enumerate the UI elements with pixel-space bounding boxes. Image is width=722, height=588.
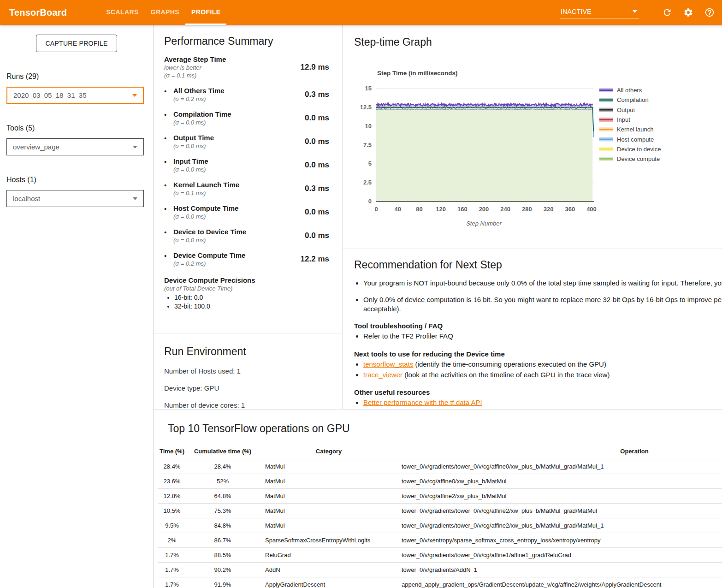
svg-text:15: 15: [365, 85, 372, 92]
cell-cumulative-pct: 91.9%: [186, 577, 260, 588]
resource-link[interactable]: Better performance with the tf.data API: [363, 398, 482, 406]
metric-value: 0.0 ms: [297, 208, 329, 217]
tools-label: Tools (5): [6, 124, 153, 132]
svg-text:320: 320: [544, 206, 554, 213]
refresh-icon[interactable]: [662, 7, 672, 18]
cell-operation: tower_0/v/cg/affine0/xw_plus_b/MatMul: [398, 474, 722, 489]
tab-graphs[interactable]: GRAPHS: [145, 0, 185, 25]
gear-icon[interactable]: [683, 7, 693, 18]
cell-time-pct: 1.7%: [158, 577, 186, 588]
bullet-icon: •: [164, 87, 173, 95]
table-row[interactable]: 23.6%52%MatMultower_0/v/cg/affine0/xw_pl…: [158, 474, 722, 489]
cell-operation: tower_0/v/gradients/tower_0/v/cg/affine0…: [398, 459, 722, 474]
hosts-label: Hosts (1): [6, 176, 153, 184]
cell-operation: tower_0/v/xentropy/sparse_softmax_cross_…: [398, 533, 722, 548]
bullet-icon: •: [164, 204, 173, 213]
table-row[interactable]: 1.7%88.5%ReluGradtower_0/v/gradients/tow…: [158, 548, 722, 563]
hosts-value: localhost: [13, 195, 40, 202]
metric-sigma: (σ = 0.1 ms): [164, 72, 297, 79]
precision-item: 16-bit: 0.0: [174, 294, 329, 301]
hosts-dropdown[interactable]: localhost: [6, 190, 144, 207]
bullet-icon: •: [164, 134, 173, 142]
capture-profile-button[interactable]: CAPTURE PROFILE: [36, 35, 117, 52]
table-row[interactable]: 2%86.7%SparseSoftmaxCrossEntropyWithLogi…: [158, 533, 722, 548]
metric-sigma: (σ = 0.0 ms): [173, 213, 297, 220]
top-navbar: TensorBoard SCALARSGRAPHSPROFILE INACTIV…: [0, 0, 722, 25]
runs-dropdown[interactable]: 2020_03_05_18_31_35: [6, 87, 144, 104]
svg-text:Input: Input: [617, 116, 630, 123]
cell-operation: tower_0/v/cg/affine2/xw_plus_b/MatMul: [398, 489, 722, 504]
metric-value: 0.0 ms: [297, 160, 329, 170]
metric-row: •Device to Device Time(σ = 0.0 ms)0.0 ms: [164, 228, 329, 244]
metric-label: Kernel Launch Time: [173, 181, 297, 189]
metric-row: •Output Time(σ = 0.0 ms)0.0 ms: [164, 134, 329, 149]
metric-value: 12.2 ms: [297, 255, 329, 264]
metric-row: •Kernel Launch Time(σ = 0.1 ms)0.3 ms: [164, 181, 329, 196]
cell-cumulative-pct: 90.2%: [186, 563, 260, 577]
performance-summary-card: Performance Summary Average Step Timelow…: [154, 25, 342, 333]
table-row[interactable]: 1.7%90.2%AddNtower_0/v/gradients/AddN_1: [158, 563, 722, 577]
cell-time-pct: 28.4%: [158, 459, 186, 474]
table-row[interactable]: 28.4%28.4%MatMultower_0/v/gradients/towe…: [158, 459, 722, 474]
table-row[interactable]: 9.5%84.8%MatMultower_0/v/gradients/tower…: [158, 518, 722, 533]
metric-sigma: (σ = 0.1 ms): [173, 190, 297, 196]
main-content: Performance Summary Average Step Timelow…: [154, 25, 722, 588]
recommendation-bullet: Your program is NOT input-bound because …: [363, 279, 722, 288]
step-time-graph-title: Step-time Graph: [354, 36, 722, 48]
performance-summary-title: Performance Summary: [164, 35, 329, 48]
next-tool-link[interactable]: tensorflow_stats: [363, 360, 413, 368]
precision-item: 32-bit: 100.0: [174, 303, 329, 310]
cell-category: SparseSoftmaxCrossEntropyWithLogits: [260, 533, 398, 548]
chevron-down-icon: [132, 94, 137, 97]
tab-profile[interactable]: PROFILE: [185, 0, 226, 25]
svg-text:400: 400: [586, 206, 597, 213]
table-row[interactable]: 10.5%75.3%MatMultower_0/v/gradients/towe…: [158, 504, 722, 518]
metric-label: Input Time: [173, 157, 297, 165]
resource-item: Better performance with the tf.data API: [363, 398, 722, 407]
svg-text:80: 80: [416, 206, 422, 213]
metric-row: •Device Compute Time(σ = 0.2 ms)12.2 ms: [164, 251, 329, 267]
resources-heading: Other useful resources: [354, 388, 722, 396]
bullet-icon: •: [164, 228, 173, 236]
svg-text:7.5: 7.5: [363, 142, 372, 148]
cell-cumulative-pct: 86.7%: [186, 533, 260, 548]
svg-text:Output: Output: [617, 107, 635, 113]
metric-value: 0.3 ms: [297, 184, 329, 193]
metric-label: Host Compute Time: [173, 204, 297, 212]
table-row[interactable]: 12.8%64.8%MatMultower_0/v/cg/affine2/xw_…: [158, 489, 722, 504]
chevron-down-icon: [133, 197, 137, 200]
next-tool-link[interactable]: trace_viewer: [363, 371, 402, 379]
cell-category: MatMul: [260, 504, 398, 518]
tools-dropdown[interactable]: overview_page: [6, 138, 144, 155]
faq-item: Refer to the TF2 Profiler FAQ: [363, 332, 722, 341]
metric-sigma: (σ = 0.2 ms): [173, 95, 297, 102]
cell-cumulative-pct: 84.8%: [186, 518, 260, 533]
table-row[interactable]: 1.7%91.9%ApplyGradientDescentappend_appl…: [158, 577, 722, 588]
tab-scalars[interactable]: SCALARS: [100, 0, 144, 25]
cell-time-pct: 10.5%: [158, 504, 186, 518]
cell-time-pct: 2%: [158, 533, 186, 548]
metric-row: Average Step Timelower is better(σ = 0.1…: [164, 55, 329, 79]
bullet-icon: •: [164, 251, 173, 260]
cell-cumulative-pct: 64.8%: [186, 489, 260, 504]
cell-time-pct: 1.7%: [158, 548, 186, 563]
cell-time-pct: 23.6%: [158, 474, 186, 489]
cell-cumulative-pct: 75.3%: [186, 504, 260, 518]
help-icon[interactable]: [704, 7, 715, 18]
run-environment-line: Number of device cores: 1: [164, 401, 333, 409]
svg-text:12.5: 12.5: [360, 104, 372, 111]
svg-text:0: 0: [368, 198, 372, 205]
metric-label: All Others Time: [173, 87, 297, 95]
cell-time-pct: 9.5%: [158, 518, 186, 533]
top10-table: Time (%)Cumulative time (%)CategoryOpera…: [158, 445, 722, 588]
tools-value: overview_page: [13, 143, 59, 151]
metric-label: Output Time: [173, 134, 297, 142]
cell-operation: append_apply_gradient_ops/GradientDescen…: [398, 577, 722, 588]
recommendation-bullet: Only 0.0% of device computation is 16 bi…: [363, 295, 722, 314]
chevron-down-icon: [633, 10, 637, 13]
svg-text:Device to device: Device to device: [617, 146, 661, 153]
bullet-icon: •: [164, 157, 173, 166]
svg-text:2.5: 2.5: [363, 179, 372, 186]
status-dropdown[interactable]: INACTIVE: [560, 7, 639, 18]
top10-title: Top 10 TensorFlow operations on GPU: [154, 422, 722, 435]
